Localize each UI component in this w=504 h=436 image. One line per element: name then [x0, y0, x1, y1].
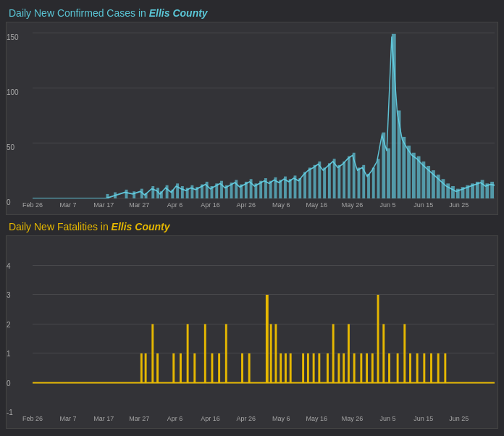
y-label-150: 150	[7, 33, 19, 41]
fx-label-apr26: Apr 26	[236, 415, 256, 422]
fx-label-apr16: Apr 16	[201, 415, 220, 422]
svg-rect-110	[377, 295, 379, 383]
fx-label-mar17: Mar 17	[93, 415, 114, 422]
svg-rect-109	[371, 353, 374, 383]
svg-rect-96	[290, 353, 292, 383]
svg-rect-92	[270, 324, 272, 383]
svg-rect-83	[187, 324, 189, 383]
svg-rect-120	[444, 353, 446, 383]
svg-rect-119	[437, 353, 440, 383]
fy-label-3: 3	[7, 291, 11, 299]
fatalities-y-axis: 4 3 2 1 0 -1	[7, 236, 33, 412]
fy-label-2: 2	[7, 320, 11, 328]
svg-rect-100	[318, 353, 320, 383]
fatalities-title-prefix: Daily New Fatalities in	[9, 221, 112, 232]
x-label-may16: May 16	[306, 201, 328, 209]
y-label-100: 100	[7, 88, 19, 96]
svg-rect-118	[430, 353, 432, 383]
svg-rect-87	[218, 353, 220, 383]
svg-rect-90	[248, 353, 251, 383]
svg-rect-94	[280, 353, 282, 383]
svg-rect-112	[388, 353, 390, 383]
svg-rect-80	[156, 353, 159, 383]
fx-label-jun25: Jun 25	[449, 415, 469, 422]
svg-rect-111	[382, 324, 385, 383]
svg-rect-99	[313, 353, 315, 383]
fy-label-0: 0	[7, 379, 11, 387]
svg-rect-77	[140, 353, 143, 383]
svg-rect-82	[180, 353, 182, 383]
svg-rect-91	[266, 295, 269, 383]
svg-rect-93	[274, 324, 277, 383]
svg-rect-114	[403, 324, 406, 383]
fy-label-4: 4	[7, 261, 11, 269]
svg-rect-106	[353, 353, 356, 383]
confirmed-y-axis: 150 100 50 0	[7, 22, 33, 198]
fatalities-x-axis: Feb 26 Mar 7 Mar 17 Mar 27 Apr 6 Apr 16 …	[33, 412, 495, 428]
svg-rect-84	[193, 353, 196, 383]
svg-rect-116	[416, 353, 419, 383]
fx-label-mar27: Mar 27	[129, 415, 149, 422]
svg-rect-105	[348, 324, 350, 383]
x-label-apr6: Apr 6	[167, 201, 183, 209]
x-label-apr16: Apr 16	[201, 201, 220, 209]
confirmed-line-svg	[33, 22, 495, 198]
fx-label-may26: May 26	[342, 415, 364, 422]
confirmed-bars: .cb { fill: rgba(100,210,230,0.65); }	[33, 22, 495, 198]
svg-rect-115	[409, 353, 411, 383]
x-label-may26: May 26	[342, 201, 364, 209]
fatalities-bars-svg: .fb { fill: #e6b800; }	[33, 236, 495, 412]
svg-rect-103	[337, 353, 340, 383]
svg-rect-86	[211, 353, 214, 383]
fx-label-feb26: Feb 26	[22, 415, 43, 422]
confirmed-county-name: Ellis County	[149, 7, 208, 19]
x-label-apr26: Apr 26	[236, 201, 256, 209]
fatalities-section: Daily New Fatalities in Ellis County 4 3…	[6, 221, 498, 429]
x-label-mar17: Mar 17	[93, 201, 114, 209]
confirmed-x-axis: Feb 26 Mar 7 Mar 17 Mar 27 Apr 6 Apr 16 …	[33, 198, 495, 214]
x-label-may6: May 6	[272, 201, 290, 209]
confirmed-cases-section: Daily New Confirmed Cases in Ellis Count…	[6, 7, 498, 215]
svg-rect-101	[327, 353, 329, 383]
x-label-jun15: Jun 15	[413, 201, 433, 209]
x-label-mar27: Mar 27	[129, 201, 149, 209]
svg-rect-108	[366, 353, 368, 383]
svg-rect-107	[360, 353, 362, 383]
fx-label-jun15: Jun 15	[413, 415, 433, 422]
x-label-feb26: Feb 26	[22, 201, 43, 209]
svg-rect-81	[172, 353, 175, 383]
svg-rect-98	[307, 353, 309, 383]
svg-rect-97	[302, 353, 304, 383]
svg-rect-79	[151, 324, 154, 383]
svg-rect-95	[285, 353, 287, 383]
fx-label-apr6: Apr 6	[167, 415, 183, 422]
svg-rect-102	[332, 324, 335, 383]
fy-label-neg1: -1	[7, 408, 13, 416]
y-label-50: 50	[7, 143, 14, 151]
svg-rect-88	[225, 324, 227, 383]
svg-rect-78	[145, 353, 147, 383]
fy-label-1: 1	[7, 350, 11, 358]
confirmed-cases-title: Daily New Confirmed Cases in Ellis Count…	[6, 7, 498, 19]
fx-label-may6: May 6	[272, 415, 290, 422]
x-label-jun5: Jun 5	[380, 201, 396, 209]
confirmed-cases-chart: 150 100 50 0 .cb { fill: rgba(100,210,23…	[6, 22, 498, 215]
fatalities-chart: 4 3 2 1 0 -1 .fb { fill: #e6b800; }	[6, 235, 498, 429]
svg-rect-85	[204, 324, 206, 383]
svg-rect-89	[241, 353, 243, 383]
svg-rect-113	[397, 353, 399, 383]
y-label-0: 0	[7, 198, 11, 206]
x-label-jun25: Jun 25	[449, 201, 469, 209]
confirmed-title-prefix: Daily New Confirmed Cases in	[9, 7, 149, 19]
fatalities-county-name: Ellis County	[112, 221, 170, 232]
fatalities-bars: .fb { fill: #e6b800; }	[33, 236, 495, 412]
svg-rect-117	[423, 353, 425, 383]
fx-label-may16: May 16	[306, 415, 328, 422]
fatalities-title: Daily New Fatalities in Ellis County	[6, 221, 498, 232]
fx-label-jun5: Jun 5	[380, 415, 396, 422]
fx-label-mar7: Mar 7	[60, 415, 77, 422]
svg-rect-104	[343, 353, 345, 383]
x-label-mar7: Mar 7	[60, 201, 77, 209]
